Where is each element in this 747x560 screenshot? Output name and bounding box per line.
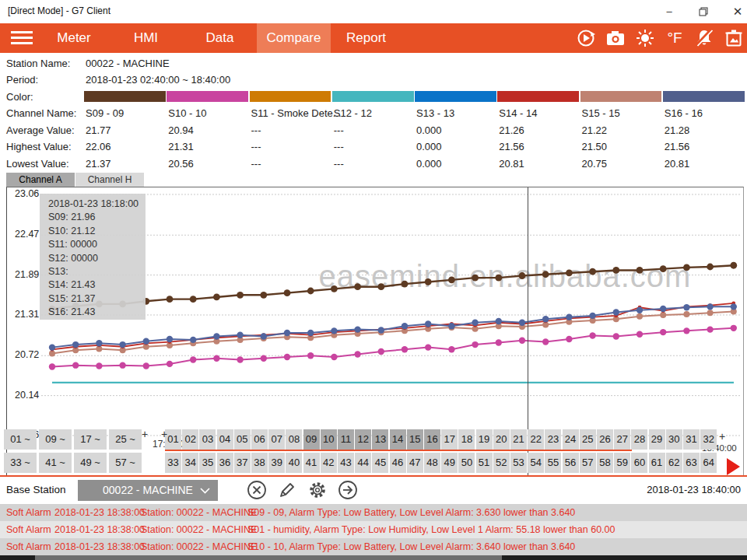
- channel-button-04[interactable]: 04: [217, 429, 233, 450]
- channel-button-16[interactable]: 16: [424, 429, 440, 450]
- channel-button-15[interactable]: 15: [407, 429, 423, 450]
- channel-button-49[interactable]: 49: [441, 453, 458, 473]
- channel-button-54[interactable]: 54: [528, 453, 544, 473]
- bottom-group-button-49~56[interactable]: 49 ~ 56: [74, 453, 107, 473]
- channel-button-29[interactable]: 29: [649, 429, 665, 450]
- channel-button-14[interactable]: 14: [390, 429, 406, 450]
- channel-button-34[interactable]: 34: [182, 453, 198, 473]
- channel-button-33[interactable]: 33: [165, 453, 181, 473]
- edit-pencil-icon[interactable]: [276, 479, 298, 501]
- base-station-dropdown[interactable]: 00022 - MACHINE: [78, 480, 218, 501]
- fahrenheit-icon[interactable]: °F: [664, 27, 686, 49]
- nav-item-compare[interactable]: Compare: [257, 23, 331, 53]
- channel-button-40[interactable]: 40: [286, 453, 302, 473]
- alarm-row[interactable]: Soft Alarm2018-01-23 18:38:00Station: 00…: [0, 504, 747, 521]
- channel-button-23[interactable]: 23: [545, 429, 561, 450]
- channel-button-64[interactable]: 64: [700, 453, 717, 473]
- channel-button-02[interactable]: 02: [182, 429, 198, 450]
- channel-button-09[interactable]: 09: [303, 429, 320, 450]
- scrollbar-thumb[interactable]: [35, 555, 502, 560]
- nav-item-meter[interactable]: Meter: [43, 23, 105, 53]
- channel-button-62[interactable]: 62: [666, 453, 682, 473]
- channel-button-28[interactable]: 28: [631, 429, 647, 450]
- channel-button-07[interactable]: 07: [268, 429, 285, 450]
- channel-button-46[interactable]: 46: [390, 453, 406, 473]
- nav-item-data[interactable]: Data: [191, 23, 249, 53]
- channel-button-53[interactable]: 53: [510, 453, 527, 473]
- next-page-arrow[interactable]: [727, 458, 740, 475]
- channel-button-10[interactable]: 10: [321, 429, 337, 450]
- channel-button-55[interactable]: 55: [545, 453, 561, 473]
- channel-button-63[interactable]: 63: [683, 453, 700, 473]
- sync-icon[interactable]: [575, 27, 597, 49]
- channel-button-41[interactable]: 41: [303, 453, 320, 473]
- channel-button-17[interactable]: 17: [441, 429, 458, 450]
- cancel-icon[interactable]: [246, 479, 268, 501]
- channel-button-08[interactable]: 08: [286, 429, 302, 450]
- channel-button-03[interactable]: 03: [199, 429, 216, 450]
- channel-button-32[interactable]: 32: [700, 429, 717, 450]
- channel-button-13[interactable]: 13: [372, 429, 388, 450]
- channel-button-24[interactable]: 24: [563, 429, 579, 450]
- bottom-group-button-33~40[interactable]: 33 ~ 40: [4, 453, 37, 473]
- channel-button-25[interactable]: 25: [580, 429, 596, 450]
- alarm-row[interactable]: Soft Alarm2018-01-23 18:38:00Station: 00…: [0, 521, 747, 538]
- channel-button-42[interactable]: 42: [321, 453, 337, 473]
- alarm-row[interactable]: Soft Alarm2018-01-23 18:38:00Station: 00…: [0, 538, 747, 555]
- channel-button-19[interactable]: 19: [476, 429, 493, 450]
- channel-button-11[interactable]: 11: [338, 429, 354, 450]
- brightness-icon[interactable]: [634, 27, 656, 49]
- channel-button-26[interactable]: 26: [597, 429, 613, 450]
- channel-button-39[interactable]: 39: [268, 453, 285, 473]
- channel-button-61[interactable]: 61: [649, 453, 665, 473]
- top-group-button-09~16[interactable]: 09 ~ 16: [39, 429, 72, 450]
- channel-button-18[interactable]: 18: [458, 429, 475, 450]
- top-group-button-01~08[interactable]: 01 ~ 08: [4, 429, 37, 450]
- image-trash-icon[interactable]: [723, 27, 745, 49]
- channel-button-22[interactable]: 22: [528, 429, 544, 450]
- tab-channel-a[interactable]: Channel A: [6, 173, 75, 187]
- alarm-scrollbar[interactable]: [0, 555, 747, 560]
- channel-button-06[interactable]: 06: [251, 429, 268, 450]
- channel-button-50[interactable]: 50: [458, 453, 475, 473]
- channel-button-12[interactable]: 12: [355, 429, 371, 450]
- mute-bell-icon[interactable]: [693, 27, 715, 49]
- top-group-button-25~32[interactable]: 25 ~ 32: [109, 429, 142, 450]
- channel-button-31[interactable]: 31: [683, 429, 700, 450]
- top-group-button-17~24[interactable]: 17 ~ 24: [74, 429, 107, 450]
- close-button[interactable]: ✕: [721, 0, 747, 23]
- channel-button-21[interactable]: 21: [510, 429, 527, 450]
- zoom-in-button-1[interactable]: +: [142, 428, 148, 440]
- channel-button-59[interactable]: 59: [614, 453, 630, 473]
- nav-item-report[interactable]: Report: [333, 23, 399, 53]
- channel-button-52[interactable]: 52: [493, 453, 510, 473]
- channel-button-56[interactable]: 56: [563, 453, 579, 473]
- channel-button-35[interactable]: 35: [199, 453, 216, 473]
- channel-button-51[interactable]: 51: [476, 453, 493, 473]
- channel-button-47[interactable]: 47: [407, 453, 423, 473]
- channel-button-05[interactable]: 05: [234, 429, 251, 450]
- zoom-in-button-3[interactable]: +: [719, 430, 725, 443]
- channel-button-43[interactable]: 43: [338, 453, 354, 473]
- go-arrow-icon[interactable]: [337, 479, 359, 501]
- nav-item-hmi[interactable]: HMI: [117, 23, 175, 53]
- channel-button-27[interactable]: 27: [614, 429, 630, 450]
- bottom-group-button-57~64[interactable]: 57 ~ 64: [109, 453, 142, 473]
- minimize-button[interactable]: –: [652, 0, 686, 23]
- channel-button-48[interactable]: 48: [424, 453, 440, 473]
- restore-button[interactable]: [686, 0, 721, 23]
- tab-channel-h[interactable]: Channel H: [75, 173, 144, 187]
- channel-button-30[interactable]: 30: [666, 429, 682, 450]
- menu-icon[interactable]: [11, 31, 33, 45]
- channel-button-45[interactable]: 45: [372, 453, 388, 473]
- channel-button-20[interactable]: 20: [493, 429, 510, 450]
- zoom-in-button-2[interactable]: +: [161, 428, 167, 440]
- channel-button-44[interactable]: 44: [355, 453, 371, 473]
- channel-button-37[interactable]: 37: [234, 453, 251, 473]
- settings-gear-icon[interactable]: [307, 479, 328, 501]
- channel-button-58[interactable]: 58: [597, 453, 613, 473]
- channel-button-60[interactable]: 60: [631, 453, 647, 473]
- camera-icon[interactable]: [605, 27, 626, 49]
- channel-button-36[interactable]: 36: [217, 453, 233, 473]
- channel-button-57[interactable]: 57: [580, 453, 596, 473]
